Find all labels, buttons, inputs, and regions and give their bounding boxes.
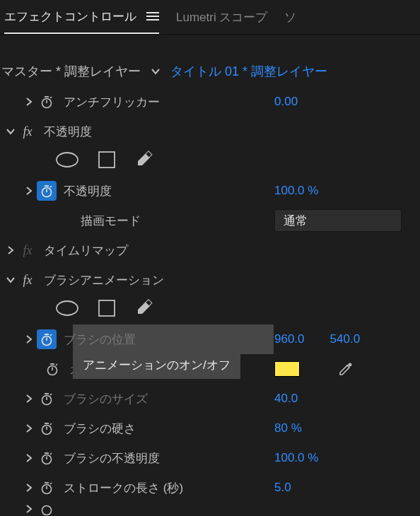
svg-line-24 [56,364,57,365]
property-label: 描画モード [81,213,141,229]
svg-rect-15 [99,300,115,316]
svg-point-14 [57,301,78,315]
chevron-right-icon[interactable] [21,421,37,436]
position-x-value[interactable]: 960.0 [274,332,305,346]
chevron-down-icon[interactable] [148,64,163,79]
tab-effect-controls[interactable]: エフェクトコントロール [4,0,159,34]
ellipse-mask-icon[interactable] [55,300,79,320]
stopwatch-icon[interactable] [37,181,57,201]
chevron-down-icon[interactable] [3,272,18,288]
master-clip-row: マスター * 調整レイヤー タイトル 01 * 調整レイヤー [0,56,420,87]
property-row-brush-size: ブラシのサイズ 40.0 [0,384,420,414]
svg-line-20 [50,334,52,336]
property-label: ブラシのサイズ [64,391,148,407]
property-value[interactable]: 40.0 [274,392,298,406]
chevron-right-icon[interactable] [21,503,37,515]
property-row-brush-hardness: ブラシの硬さ 80 % [0,414,420,443]
chevron-right-icon[interactable] [21,183,37,199]
chevron-right-icon[interactable] [3,242,18,258]
effect-name: ブラシアニメーション [44,272,164,288]
property-label: ブラシの不透明度 [64,450,160,467]
svg-rect-8 [99,152,115,168]
fx-icon[interactable]: fx [18,124,37,139]
ellipse-mask-icon[interactable] [55,151,79,172]
property-value[interactable]: 80 % [274,421,302,435]
stopwatch-icon[interactable] [37,329,57,349]
stopwatch-icon[interactable] [42,359,62,379]
svg-point-43 [42,506,52,515]
chevron-right-icon[interactable] [21,391,37,406]
stopwatch-icon[interactable] [37,478,57,498]
property-row-blend-mode: 描画モード 通常 [0,206,420,235]
property-row-truncated [0,503,420,515]
tab-source[interactable]: ソ [284,0,296,34]
svg-line-42 [50,483,52,484]
property-label: ストロークの長さ (秒) [64,480,183,496]
svg-line-13 [50,186,52,187]
tooltip: アニメーションのオン/オフ [73,351,240,379]
pen-mask-icon[interactable] [134,299,153,321]
eyedropper-icon[interactable] [338,361,354,377]
property-value[interactable]: 5.0 [274,481,291,495]
panel-menu-icon[interactable] [146,11,159,21]
effect-header-opacity: fx 不透明度 [0,117,420,146]
property-label: ブラシの硬さ [64,421,136,437]
stopwatch-icon[interactable] [37,92,57,112]
tab-label: エフェクトコントロール [4,8,136,25]
chevron-right-icon[interactable] [21,450,37,466]
panel-tabs: エフェクトコントロール Lumetri スコープ ソ [0,0,420,34]
color-swatch[interactable] [274,361,300,377]
pen-mask-icon[interactable] [134,151,153,172]
tab-lumetri-scopes[interactable]: Lumetri スコープ [176,0,267,34]
svg-line-6 [50,97,52,98]
rect-mask-icon[interactable] [98,299,116,321]
effect-header-time-remap: fx タイムリマップ [0,235,420,265]
divider [0,34,420,35]
chevron-right-icon[interactable] [21,94,37,110]
svg-line-30 [50,394,52,395]
property-row-anti-flicker: アンチフリッカー 0.00 [0,87,420,117]
master-label: マスター * 調整レイヤー [1,63,141,80]
property-value[interactable]: 100.0 % [274,451,318,465]
property-value[interactable]: 0.00 [274,95,298,109]
rect-mask-icon[interactable] [98,151,116,172]
tab-label: Lumetri スコープ [176,9,267,25]
blend-mode-dropdown[interactable]: 通常 [274,209,402,232]
effect-name: 不透明度 [44,124,92,140]
dropdown-value: 通常 [284,213,308,229]
chevron-right-icon[interactable] [21,332,37,347]
property-row-brush-position: ブラシの位置 960.0 540.0 アニメーションのオン/オフ [0,324,420,354]
property-row-brush-opacity: ブラシの不透明度 100.0 % [0,443,420,473]
property-row-stroke-length: ストロークの長さ (秒) 5.0 [0,473,420,503]
position-y-value[interactable]: 540.0 [330,332,361,346]
fx-icon[interactable]: fx [18,273,37,288]
stopwatch-icon[interactable] [37,418,57,438]
clip-label[interactable]: タイトル 01 * 調整レイヤー [170,63,327,80]
stopwatch-icon[interactable] [37,503,57,515]
svg-point-7 [57,153,78,167]
property-row-opacity: 不透明度 100.0 % [0,176,420,206]
property-label: アンチフリッカー [64,94,160,110]
fx-icon[interactable]: fx [18,243,37,258]
chevron-right-icon[interactable] [21,480,37,496]
stopwatch-icon[interactable] [37,448,57,468]
mask-tools-row [0,295,420,324]
property-value[interactable]: 100.0 % [274,184,318,198]
tab-label: ソ [284,9,296,25]
chevron-down-icon[interactable] [3,124,18,139]
mask-tools-row [0,146,420,176]
effect-header-brush-animation: fx ブラシアニメーション [0,265,420,295]
effect-name: タイムリマップ [44,242,128,259]
property-label: ブラシの位置 [64,332,136,348]
property-label: 不透明度 [64,183,112,199]
svg-line-38 [50,453,52,455]
stopwatch-icon[interactable] [37,389,57,409]
svg-line-34 [50,423,52,425]
